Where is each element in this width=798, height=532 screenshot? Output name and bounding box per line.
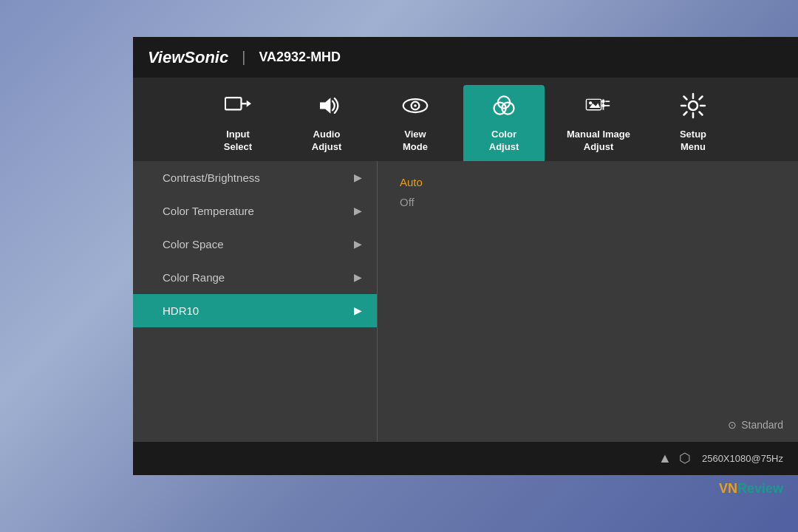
menu-item-color-temperature-label: Color Temperature bbox=[163, 205, 254, 217]
svg-point-10 bbox=[589, 101, 592, 104]
menu-item-color-space-arrow: ▶ bbox=[354, 238, 362, 250]
tab-setup-menu-label: SetupMenu bbox=[680, 129, 706, 154]
menu-item-color-space-label: Color Space bbox=[163, 238, 224, 250]
nav-icon-2: ⬡ bbox=[679, 450, 691, 466]
menu-item-color-range-label: Color Range bbox=[163, 271, 225, 284]
brand-logo: ViewSonic | VA2932-MHD bbox=[148, 48, 341, 67]
tab-color-adjust-label: ColorAdjust bbox=[489, 129, 519, 154]
color-adjust-icon bbox=[491, 92, 517, 124]
watermark-prefix: VN bbox=[719, 481, 737, 496]
tab-setup-menu[interactable]: SetupMenu bbox=[652, 85, 734, 161]
value-off: Off bbox=[400, 196, 776, 208]
model-name: VA2932-MHD bbox=[259, 50, 341, 65]
svg-point-15 bbox=[601, 100, 604, 103]
svg-marker-2 bbox=[247, 100, 251, 107]
manual-image-adjust-icon bbox=[585, 92, 612, 124]
menu-item-hdr10-arrow: ▶ bbox=[354, 304, 362, 316]
svg-point-14 bbox=[601, 104, 604, 107]
standard-icon: ⊙ bbox=[728, 419, 737, 431]
tab-color-adjust[interactable]: ColorAdjust bbox=[463, 85, 545, 161]
menu-item-contrast-brightness-arrow: ▶ bbox=[354, 171, 362, 183]
tab-audio-adjust-label: AudioAdjust bbox=[312, 129, 341, 154]
menu-item-hdr10[interactable]: HDR10 ▶ bbox=[133, 294, 377, 327]
menu-item-color-range[interactable]: Color Range ▶ bbox=[133, 261, 377, 294]
tab-input-select[interactable]: InputSelect bbox=[197, 85, 279, 161]
value-panel: Auto Off ⊙ Standard bbox=[378, 161, 798, 442]
watermark: VNReview bbox=[719, 481, 783, 497]
svg-rect-0 bbox=[225, 98, 242, 109]
value-auto: Auto bbox=[400, 176, 776, 188]
tab-manual-image-adjust[interactable]: Manual ImageAdjust bbox=[552, 85, 645, 161]
audio-adjust-icon bbox=[313, 92, 340, 124]
setup-menu-icon bbox=[680, 92, 706, 124]
standard-text: Standard bbox=[741, 419, 783, 431]
nav-icons-row: ▲ ⬡ bbox=[658, 450, 691, 466]
menu-item-color-temperature[interactable]: Color Temperature ▶ bbox=[133, 194, 377, 228]
nav-icon-1: ▲ bbox=[658, 451, 672, 466]
brand-name: ViewSonic bbox=[148, 48, 228, 67]
svg-point-16 bbox=[689, 101, 698, 110]
bottom-bar: ▲ ⬡ 2560X1080@75Hz bbox=[133, 442, 798, 475]
menu-panel: Contrast/Brightness ▶ Color Temperature … bbox=[133, 161, 377, 442]
header-bar: ViewSonic | VA2932-MHD bbox=[133, 37, 798, 78]
menu-item-contrast-brightness-label: Contrast/Brightness bbox=[163, 171, 260, 184]
menu-item-hdr10-label: HDR10 bbox=[163, 304, 199, 317]
svg-point-5 bbox=[414, 104, 417, 107]
tab-manual-image-adjust-label: Manual ImageAdjust bbox=[567, 129, 630, 154]
menu-item-color-range-arrow: ▶ bbox=[354, 271, 362, 283]
tab-view-mode[interactable]: ViewMode bbox=[375, 85, 456, 161]
main-content: Contrast/Brightness ▶ Color Temperature … bbox=[133, 161, 798, 442]
view-mode-icon bbox=[402, 92, 429, 124]
standard-label: ⊙ Standard bbox=[728, 419, 783, 431]
tab-view-mode-label: ViewMode bbox=[403, 129, 428, 154]
menu-item-color-space[interactable]: Color Space ▶ bbox=[133, 228, 377, 261]
brand-divider: | bbox=[242, 49, 245, 66]
watermark-suffix: Review bbox=[737, 481, 783, 496]
tab-input-select-label: InputSelect bbox=[224, 129, 252, 154]
menu-item-color-temperature-arrow: ▶ bbox=[354, 205, 362, 216]
nav-tabs: InputSelect AudioAdjust Vi bbox=[133, 78, 798, 161]
input-select-icon bbox=[225, 92, 251, 124]
menu-item-contrast-brightness[interactable]: Contrast/Brightness ▶ bbox=[133, 161, 377, 194]
resolution-text: 2560X1080@75Hz bbox=[702, 453, 783, 464]
tab-audio-adjust[interactable]: AudioAdjust bbox=[286, 85, 367, 161]
